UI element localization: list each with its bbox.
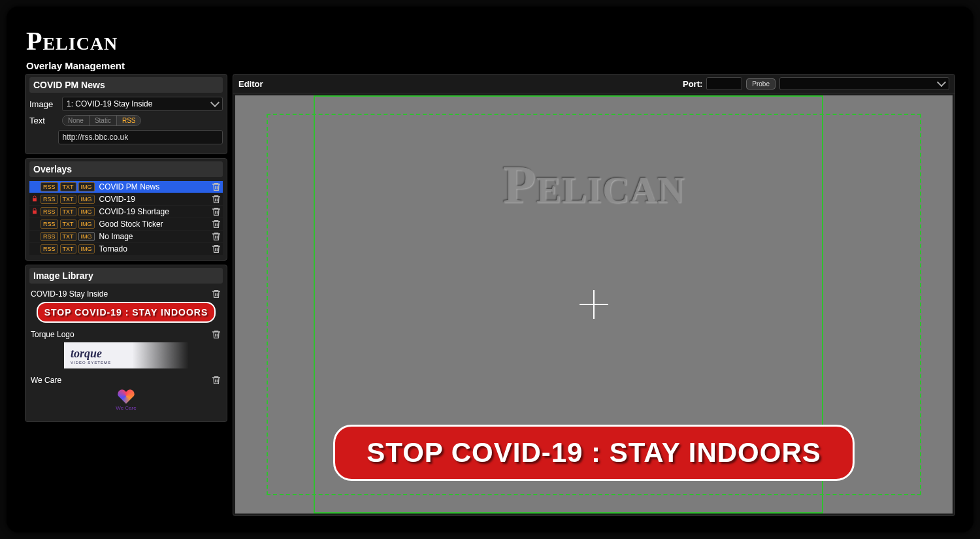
text-mode-rss[interactable]: RSS: [117, 116, 141, 125]
trash-icon[interactable]: [211, 231, 221, 242]
overlays-panel-title: Overlays: [29, 161, 223, 177]
library-preview-wecare: We Care: [116, 388, 136, 411]
overlay-name: COVID-19: [99, 195, 209, 204]
trash-icon[interactable]: [211, 182, 221, 192]
rss-tag: RSS: [41, 182, 58, 191]
trash-icon[interactable]: [211, 244, 221, 254]
lock-icon: [31, 208, 39, 216]
rss-tag: RSS: [41, 220, 58, 229]
trash-icon[interactable]: [211, 329, 221, 340]
overlay-name: COVID PM News: [99, 182, 209, 191]
txt-tag: TXT: [60, 182, 76, 191]
text-label: Text: [29, 116, 57, 125]
txt-tag: TXT: [60, 195, 76, 204]
lock-icon: [31, 195, 39, 203]
overlay-name: Tornado: [99, 244, 209, 253]
library-item[interactable]: COVID-19 Stay InsideSTOP COVID-19 : STAY…: [29, 287, 223, 323]
overlays-panel: Overlays RSSTXTIMGCOVID PM NewsRSSTXTIMG…: [25, 158, 227, 261]
library-item-name: Torque Logo: [31, 330, 74, 339]
img-tag: IMG: [78, 220, 95, 229]
rss-tag: RSS: [41, 244, 58, 253]
editor-title: Editor: [238, 79, 263, 89]
overlay-row[interactable]: RSSTXTIMGCOVID-19 Shortage: [29, 206, 223, 218]
library-item[interactable]: We CareWe Care: [29, 374, 223, 411]
editor-panel: Editor Port: Probe Pelican STOP COVID-19…: [233, 74, 955, 516]
port-input[interactable]: [706, 77, 742, 90]
overlay-row[interactable]: RSSTXTIMGTornado: [29, 243, 223, 255]
overlay-config-panel: COVID PM News Image 1: COVID-19 Stay Ins…: [25, 74, 227, 154]
trash-icon[interactable]: [211, 206, 221, 217]
editor-toolbar: Editor Port: Probe: [233, 74, 955, 93]
trash-icon[interactable]: [211, 219, 221, 229]
library-preview-banner: STOP COVID-19 : STAY INDOORS: [37, 302, 216, 323]
page-title: Overlay Management: [25, 57, 955, 74]
overlay-config-title: COVID PM News: [29, 77, 223, 93]
rss-tag: RSS: [41, 207, 58, 216]
overlay-row[interactable]: RSSTXTIMGCOVID PM News: [29, 181, 223, 193]
app-screen: Pelican Overlay Management COVID PM News…: [25, 23, 955, 516]
text-mode-none[interactable]: None: [63, 116, 90, 125]
txt-tag: TXT: [60, 220, 76, 229]
image-select[interactable]: 1: COVID-19 Stay Inside: [62, 97, 223, 111]
image-label: Image: [29, 99, 57, 109]
img-tag: IMG: [78, 232, 95, 241]
rss-tag: RSS: [41, 195, 58, 204]
rss-tag: RSS: [41, 232, 58, 241]
left-sidebar: COVID PM News Image 1: COVID-19 Stay Ins…: [25, 74, 227, 516]
canvas-overlay-banner[interactable]: STOP COVID-19 : STAY INDOORS: [333, 425, 855, 481]
library-preview-torque: torqueVIDEO SYSTEMS: [64, 342, 188, 368]
overlay-name: No Image: [99, 232, 209, 241]
overlay-row[interactable]: RSSTXTIMGNo Image: [29, 231, 223, 242]
editor-canvas[interactable]: Pelican STOP COVID-19 : STAY INDOORS: [235, 95, 953, 514]
image-library-panel: Image Library COVID-19 Stay InsideSTOP C…: [25, 265, 227, 422]
trash-icon[interactable]: [211, 289, 221, 299]
library-item-name: COVID-19 Stay Inside: [31, 289, 108, 299]
txt-tag: TXT: [60, 207, 76, 216]
probe-button[interactable]: Probe: [746, 78, 776, 90]
txt-tag: TXT: [60, 244, 76, 253]
overlay-row[interactable]: RSSTXTIMGCOVID-19: [29, 193, 223, 205]
txt-tag: TXT: [60, 232, 76, 241]
app-logo: Pelican: [25, 23, 955, 57]
text-mode-segmented: None Static RSS: [62, 115, 141, 126]
img-tag: IMG: [78, 182, 95, 191]
image-library-title: Image Library: [29, 268, 223, 284]
img-tag: IMG: [78, 244, 95, 253]
library-item-name: We Care: [31, 376, 61, 385]
trash-icon[interactable]: [211, 194, 221, 204]
canvas-watermark: Pelican: [235, 154, 953, 216]
trash-icon[interactable]: [211, 375, 221, 385]
text-mode-static[interactable]: Static: [90, 116, 117, 125]
overlay-row[interactable]: RSSTXTIMGGood Stock Ticker: [29, 218, 223, 230]
img-tag: IMG: [78, 195, 95, 204]
library-item[interactable]: Torque LogotorqueVIDEO SYSTEMS: [29, 328, 223, 368]
img-tag: IMG: [78, 207, 95, 216]
overlay-name: COVID-19 Shortage: [99, 207, 209, 216]
crosshair-icon: [580, 290, 608, 319]
overlay-name: Good Stock Ticker: [99, 220, 209, 229]
port-label: Port:: [683, 79, 702, 89]
monitor-frame: Pelican Overlay Management COVID PM News…: [7, 7, 973, 532]
rss-url-input[interactable]: [58, 130, 223, 144]
probe-select[interactable]: [779, 77, 949, 90]
